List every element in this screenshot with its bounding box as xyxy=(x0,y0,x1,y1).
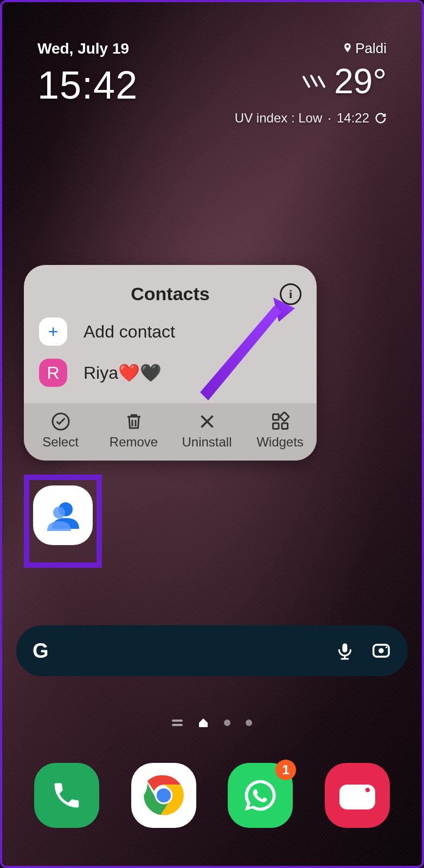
action-label: Uninstall xyxy=(182,435,232,450)
phone-app-icon[interactable] xyxy=(34,763,99,828)
google-search-bar[interactable]: G xyxy=(16,625,408,676)
svg-line-0 xyxy=(304,77,309,87)
widgets-icon xyxy=(271,412,290,431)
apps-page-icon xyxy=(172,718,183,727)
shortcut-label: Add contact xyxy=(83,322,175,342)
lens-icon[interactable] xyxy=(371,640,391,661)
date-text: Wed, July 19 xyxy=(37,40,138,57)
svg-point-21 xyxy=(157,788,171,802)
select-action[interactable]: Select xyxy=(24,412,97,450)
chrome-icon xyxy=(142,773,186,818)
svg-rect-8 xyxy=(282,423,288,429)
shortcut-contact-riya[interactable]: R Riya❤️🖤 xyxy=(24,352,317,398)
annotation-highlight xyxy=(24,475,102,568)
svg-line-2 xyxy=(319,77,324,87)
whatsapp-icon xyxy=(242,777,279,814)
svg-rect-7 xyxy=(273,423,279,429)
camera-app-icon[interactable] xyxy=(325,763,390,828)
location-label: Paldi xyxy=(300,40,387,57)
svg-rect-22 xyxy=(339,785,375,809)
select-icon xyxy=(51,412,70,431)
page-dot xyxy=(246,720,252,726)
svg-point-23 xyxy=(365,788,370,792)
page-indicator[interactable] xyxy=(2,717,422,728)
person-icon xyxy=(44,496,82,534)
home-page-icon xyxy=(198,717,209,728)
plus-icon: + xyxy=(39,318,67,346)
remove-action[interactable]: Remove xyxy=(97,412,170,450)
svg-point-16 xyxy=(386,646,387,648)
svg-point-13 xyxy=(53,507,65,519)
page-dot xyxy=(224,720,230,726)
svg-point-15 xyxy=(378,648,384,653)
action-label: Widgets xyxy=(256,435,304,450)
chrome-app-icon[interactable] xyxy=(131,763,196,828)
phone-icon xyxy=(50,779,83,812)
whatsapp-app-icon[interactable]: 1 xyxy=(228,763,293,828)
google-g-icon: G xyxy=(33,639,49,663)
weather-icon xyxy=(300,72,327,91)
x-icon xyxy=(197,412,217,431)
app-context-popup: Contacts i + Add contact R Riya❤️🖤 Selec… xyxy=(24,265,317,461)
notification-badge: 1 xyxy=(275,760,296,780)
weather-subline: UV index : Low·14:22 xyxy=(235,111,387,126)
camera-icon xyxy=(338,780,376,811)
shortcut-add-contact[interactable]: + Add contact xyxy=(24,311,317,352)
uninstall-action[interactable]: Uninstall xyxy=(170,412,243,450)
svg-rect-6 xyxy=(273,414,279,420)
trash-icon xyxy=(124,412,144,431)
svg-line-1 xyxy=(311,76,317,86)
app-info-button[interactable]: i xyxy=(280,283,301,305)
popup-title: Contacts xyxy=(40,283,300,305)
svg-rect-17 xyxy=(172,720,183,722)
contacts-app-icon[interactable] xyxy=(33,485,93,545)
action-label: Remove xyxy=(110,435,158,450)
action-label: Select xyxy=(42,435,79,450)
time-text: 15:42 xyxy=(37,63,138,107)
weather-widget[interactable]: Paldi 29° xyxy=(300,40,387,107)
shortcut-label: Riya❤️🖤 xyxy=(83,362,162,383)
mic-icon[interactable] xyxy=(335,641,355,660)
svg-rect-9 xyxy=(280,412,289,422)
clock-widget[interactable]: Wed, July 19 15:42 xyxy=(37,40,138,107)
widgets-action[interactable]: Widgets xyxy=(243,412,317,450)
dock: 1 xyxy=(18,763,406,828)
temperature-text: 29° xyxy=(334,61,387,101)
contact-avatar-icon: R xyxy=(39,359,67,387)
svg-rect-18 xyxy=(172,724,183,726)
